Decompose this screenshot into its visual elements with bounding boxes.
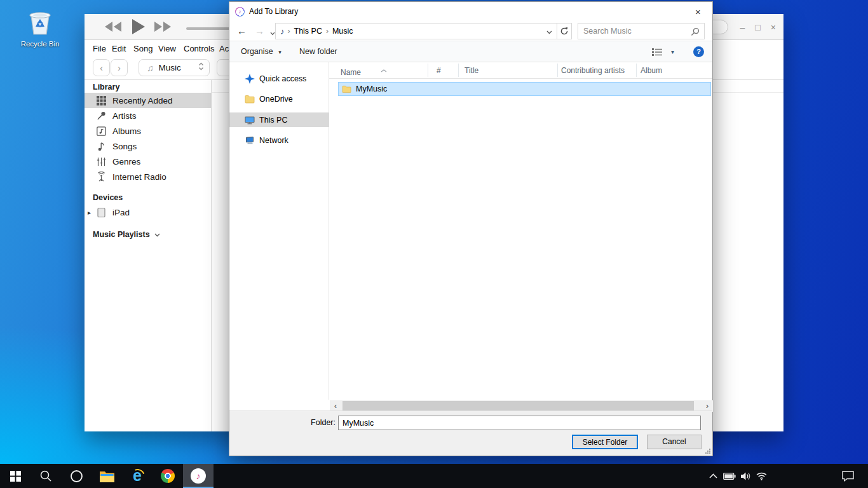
- folder-name-input[interactable]: [338, 416, 701, 430]
- scrollbar-thumb[interactable]: [342, 401, 694, 411]
- view-mode-caret-icon[interactable]: ▾: [671, 41, 674, 62]
- sidebar-item-ipad[interactable]: ▸ iPad: [85, 205, 212, 220]
- media-kind-selector[interactable]: ♫ Music: [139, 59, 210, 76]
- fast-forward-button[interactable]: [153, 20, 172, 36]
- folder-icon: [245, 94, 255, 104]
- back-arrow-icon[interactable]: ←: [237, 21, 247, 41]
- caret-down-icon: ▾: [278, 49, 281, 55]
- itunes-taskbar-button[interactable]: ♪: [183, 464, 214, 488]
- sidebar-item-label: iPad: [112, 208, 130, 217]
- close-icon[interactable]: ×: [771, 23, 776, 32]
- sidebar-item-albums[interactable]: Albums: [85, 123, 212, 139]
- view-mode-icon[interactable]: [652, 48, 663, 59]
- devices-section-header: Devices: [93, 193, 123, 202]
- recent-locations-chevron-icon[interactable]: [270, 22, 275, 43]
- column-separator: [458, 64, 459, 77]
- rewind-button[interactable]: [104, 20, 123, 36]
- grid-icon: [96, 95, 107, 106]
- chrome-button[interactable]: [153, 464, 183, 488]
- taskbar: e ♪: [0, 464, 868, 488]
- navpane-item-this-pc[interactable]: This PC: [229, 112, 329, 127]
- wifi-tray-icon[interactable]: [754, 464, 769, 488]
- column-separator: [557, 64, 558, 77]
- navpane-item-onedrive[interactable]: OneDrive: [229, 92, 329, 106]
- column-header-contributing-artists[interactable]: Contributing artists: [561, 66, 625, 75]
- column-header-name[interactable]: Name: [341, 68, 361, 77]
- address-dropdown-chevron-icon[interactable]: [546, 25, 552, 37]
- play-button[interactable]: [130, 18, 146, 37]
- resize-grip[interactable]: [705, 448, 710, 454]
- address-bar[interactable]: ♪ › This PC › Music: [275, 23, 557, 39]
- menu-song[interactable]: Song: [133, 41, 153, 57]
- action-center-icon: [842, 471, 854, 482]
- dialog-title: Add To Library: [249, 7, 298, 16]
- breadcrumb-music[interactable]: Music: [329, 27, 357, 36]
- sidebar-item-recently-added[interactable]: Recently Added: [85, 93, 212, 108]
- menu-controls[interactable]: Controls: [184, 41, 214, 57]
- navpane-item-network[interactable]: Network: [229, 133, 329, 147]
- select-folder-button[interactable]: Select Folder: [572, 435, 638, 449]
- microphone-icon: [96, 111, 107, 121]
- refresh-button[interactable]: [557, 23, 572, 39]
- dialog-nav-pane: Quick access OneDrive This PC: [229, 62, 329, 400]
- menu-view[interactable]: View: [158, 41, 176, 57]
- help-icon[interactable]: ?: [693, 46, 704, 57]
- taskbar-search-button[interactable]: [31, 464, 61, 488]
- menu-file[interactable]: File: [93, 41, 106, 57]
- sidebar-item-label: Internet Radio: [112, 172, 166, 182]
- star-icon: [245, 74, 255, 84]
- column-header-number[interactable]: #: [437, 66, 441, 75]
- navpane-item-label: Network: [259, 136, 288, 145]
- dialog-footer: Folder: Select Folder Cancel: [229, 410, 712, 456]
- column-header-title[interactable]: Title: [465, 66, 478, 75]
- dialog-navbar: ← → ↑ ♪ › This PC › Music: [229, 21, 712, 41]
- action-center-button[interactable]: [840, 464, 855, 488]
- search-input[interactable]: [583, 24, 685, 39]
- file-row-mymusic[interactable]: MyMusic: [338, 82, 711, 96]
- cortana-icon: [70, 470, 83, 483]
- ipad-icon: [96, 207, 107, 218]
- sidebar-item-artists[interactable]: Artists: [85, 108, 212, 123]
- minimize-icon[interactable]: –: [740, 23, 745, 32]
- new-folder-button[interactable]: New folder: [299, 41, 337, 62]
- navpane-item-label: Quick access: [259, 74, 306, 83]
- cancel-button[interactable]: Cancel: [647, 435, 702, 449]
- organise-button[interactable]: Organise ▾: [241, 41, 281, 63]
- cortana-button[interactable]: [61, 464, 92, 488]
- refresh-icon: [560, 27, 569, 36]
- breadcrumb-this-pc[interactable]: This PC: [290, 27, 326, 36]
- navpane-item-label: OneDrive: [259, 95, 293, 104]
- close-icon: ×: [695, 6, 701, 17]
- battery-tray-icon[interactable]: [722, 464, 737, 488]
- disclosure-triangle-icon[interactable]: ▸: [88, 209, 91, 216]
- chevron-down-icon[interactable]: [154, 233, 160, 237]
- sidebar-item-songs[interactable]: Songs: [85, 139, 212, 154]
- dialog-body: Quick access OneDrive This PC: [229, 62, 712, 400]
- maximize-icon[interactable]: □: [755, 23, 760, 32]
- tray-expand-button[interactable]: [705, 464, 721, 488]
- file-explorer-button[interactable]: [92, 464, 122, 488]
- recycle-bin-shortcut[interactable]: Recycle Bin: [19, 5, 61, 48]
- search-icon[interactable]: [691, 27, 700, 39]
- volume-tray-icon[interactable]: [738, 464, 754, 488]
- sidebar-item-genres[interactable]: Genres: [85, 154, 212, 169]
- forward-arrow-icon[interactable]: →: [255, 21, 264, 41]
- stepper-chevrons-icon: [198, 62, 204, 74]
- column-header-album[interactable]: Album: [641, 66, 662, 75]
- sidebar-item-label: Songs: [112, 142, 137, 151]
- navpane-item-quick-access[interactable]: Quick access: [229, 71, 329, 86]
- itunes-back-button[interactable]: ‹: [93, 59, 110, 76]
- itunes-window-controls: – □ ×: [740, 14, 776, 40]
- itunes-app-icon: ♪: [235, 7, 245, 17]
- itunes-sidebar: Library Recently Added Ar: [85, 80, 212, 431]
- sidebar-item-internet-radio[interactable]: Internet Radio: [85, 169, 212, 184]
- equalizer-icon: [96, 156, 107, 167]
- library-section-header: Library: [93, 83, 119, 92]
- dialog-close-button[interactable]: ×: [684, 2, 712, 21]
- internet-explorer-button[interactable]: e: [122, 464, 153, 488]
- start-button[interactable]: [0, 464, 31, 488]
- menu-edit[interactable]: Edit: [112, 41, 126, 57]
- itunes-forward-button[interactable]: ›: [111, 59, 128, 76]
- new-folder-label: New folder: [299, 47, 337, 56]
- navpane-item-label: This PC: [259, 116, 287, 125]
